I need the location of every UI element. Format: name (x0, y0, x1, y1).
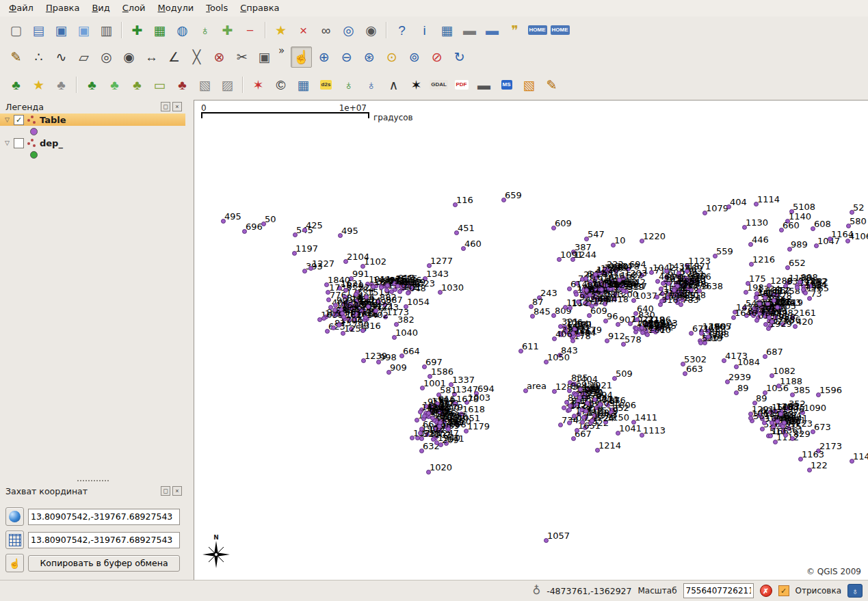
grass-tools-button[interactable]: ♣ (127, 75, 148, 96)
capture-polygon-button[interactable]: ▱ (73, 46, 94, 68)
coordinate-capture-float-button[interactable]: ◻ (161, 486, 170, 496)
mapserver-export-button[interactable]: MS (496, 75, 517, 96)
projected-coordinate-input[interactable] (28, 532, 180, 548)
copy-features-button[interactable]: ▣ (254, 46, 275, 68)
quick-print-button[interactable]: ▧ (518, 75, 540, 96)
d2s-plugin-button[interactable]: d2s (315, 75, 337, 96)
move-feature-button[interactable]: ↔ (141, 46, 162, 68)
menu-item-layer[interactable]: Слой (116, 0, 152, 16)
menu-item-tools[interactable]: Tools (200, 0, 234, 16)
grass-edit-region-button[interactable]: ▭ (149, 75, 170, 96)
menu-item-help[interactable]: Справка (234, 0, 285, 16)
attribute-table-button[interactable]: ▦ (436, 20, 458, 41)
layer-visibility-checkbox[interactable] (14, 138, 24, 148)
new-project-button[interactable]: ▢ (5, 20, 27, 41)
delete-selected-button[interactable]: ⊗ (209, 46, 230, 68)
grass-new-mapset-button[interactable]: ♣ (104, 75, 125, 96)
legend-float-button[interactable]: ◻ (161, 102, 170, 111)
add-vector-layer-button[interactable]: ✚ (127, 20, 148, 41)
projection-tool-button[interactable]: ♁ (360, 75, 382, 96)
north-arrow-button[interactable]: ✶ (406, 75, 427, 96)
grass-close-mapset-button[interactable]: ♣ (172, 75, 193, 96)
map-canvas[interactable]: 1166594956965054542549511973931227210411… (194, 100, 868, 580)
add-postgis-layer-button[interactable]: ◍ (172, 20, 193, 41)
zoom-to-selection-button[interactable]: ⊙ (381, 46, 402, 68)
projected-crs-button[interactable] (5, 531, 24, 549)
cut-features-button[interactable]: ✂ (231, 46, 252, 68)
pan-map-button[interactable]: ☝ (291, 46, 312, 68)
stop-render-button[interactable]: ✗ (760, 585, 772, 597)
dxf2shp-converter-button[interactable]: ✶ (248, 75, 269, 96)
copy-to-clipboard-button[interactable]: Копировать в буфер обмена (28, 555, 180, 572)
scale-input[interactable] (683, 583, 754, 598)
expander-icon[interactable]: ▽ (3, 116, 11, 123)
add-raster-layer-button[interactable]: ▦ (149, 20, 170, 41)
split-features-button[interactable]: ╳ (186, 46, 207, 68)
home-2-button[interactable]: HOME (549, 20, 570, 41)
legend-close-button[interactable]: × (172, 102, 182, 111)
menu-item-file[interactable]: Файл (3, 0, 40, 16)
menu-item-view[interactable]: Вид (86, 0, 116, 16)
print-button[interactable]: ▥ (96, 20, 117, 41)
reshape-features-button[interactable]: ∠ (163, 46, 185, 68)
crs-status-button[interactable]: ♁ (847, 584, 863, 598)
terrain-profile-button[interactable]: ∧ (383, 75, 404, 96)
grass-edit-button[interactable]: ♣ (5, 75, 27, 96)
new-bookmark-button[interactable]: ★ (270, 20, 291, 41)
show-all-layers-button[interactable]: ◉ (360, 20, 382, 41)
show-bookmarks-button[interactable]: ∞ (315, 20, 337, 41)
panel-map-splitter[interactable] (185, 100, 194, 580)
scale-bar-button[interactable]: ▬ (473, 75, 495, 96)
annotation-tool-button[interactable]: ✎ (541, 75, 562, 96)
gdal-tools-button[interactable]: GDAL (428, 75, 449, 96)
identify-features-button[interactable]: i (414, 20, 435, 41)
menu-item-edit[interactable]: Правка (40, 0, 86, 16)
fill-ring-tool-button[interactable]: ◉ (118, 46, 140, 68)
menu-item-plugins[interactable]: Модули (152, 0, 200, 16)
export-pdf-button[interactable]: PDF (451, 75, 472, 96)
graticule-builder-button[interactable]: ▦ (293, 75, 314, 96)
wfs-layer-button[interactable]: ▧ (194, 75, 215, 96)
grass-shell-button[interactable]: ♣ (51, 75, 72, 96)
home-1-button[interactable]: HOME (527, 20, 548, 41)
zoom-out-button[interactable]: ⊖ (336, 46, 357, 68)
toolbar-overflow-chevron[interactable]: » (278, 44, 285, 57)
zoom-full-button[interactable]: ⊛ (358, 46, 380, 68)
bookmark-plugin-button[interactable]: ★ (28, 75, 49, 96)
measure-line-button[interactable]: ▬ (459, 20, 480, 41)
splitter-grip[interactable] (77, 480, 109, 481)
zoom-to-layer-button[interactable]: ⊚ (404, 46, 425, 68)
map-tips-button[interactable]: ❞ (504, 20, 525, 41)
geoprocessing-button[interactable]: ♁ (338, 75, 359, 96)
geographic-coordinate-input[interactable] (28, 509, 180, 525)
project-properties-button[interactable]: ◎ (338, 20, 359, 41)
grass-open-mapset-button[interactable]: ♣ (81, 75, 103, 96)
legend-layer-dep[interactable]: ▽ dep_ (0, 137, 185, 149)
zoom-in-button[interactable]: ⊕ (313, 46, 334, 68)
render-checkbox[interactable]: ✓ (778, 585, 789, 596)
add-wms-layer-button[interactable]: ♁ (194, 20, 215, 41)
refresh-map-button[interactable]: ↻ (449, 46, 470, 68)
whats-this-button[interactable]: ? (391, 20, 412, 41)
layer-visibility-checkbox[interactable]: ✓ (14, 115, 24, 125)
track-mouse-button[interactable]: ☝ (5, 554, 24, 572)
geographic-crs-button[interactable] (5, 507, 24, 526)
spit-import-button[interactable]: ▨ (217, 75, 238, 96)
toggle-editing-button[interactable]: ✎ (5, 46, 27, 68)
copyright-label-button[interactable]: © (270, 75, 291, 96)
expander-icon[interactable]: ▽ (3, 139, 11, 146)
ring-tool-button[interactable]: ◎ (96, 46, 117, 68)
save-project-as-button[interactable]: ▣ (73, 20, 94, 41)
save-project-button[interactable]: ▣ (51, 20, 72, 41)
measure-area-button[interactable]: ▬ (482, 20, 503, 41)
panel-splitter[interactable] (0, 477, 185, 484)
new-vector-layer-button[interactable]: ✚ (217, 20, 238, 41)
clear-selection-button[interactable]: × (293, 20, 314, 41)
capture-point-button[interactable]: ∴ (28, 46, 49, 68)
legend-layer-table[interactable]: ▽ ✓ Table (0, 113, 185, 126)
capture-line-button[interactable]: ∿ (51, 46, 72, 68)
coordinate-capture-close-button[interactable]: × (172, 486, 182, 496)
open-project-button[interactable]: ▤ (28, 20, 49, 41)
remove-layer-button[interactable]: − (239, 20, 261, 41)
zoom-last-button[interactable]: ⊘ (426, 46, 447, 68)
